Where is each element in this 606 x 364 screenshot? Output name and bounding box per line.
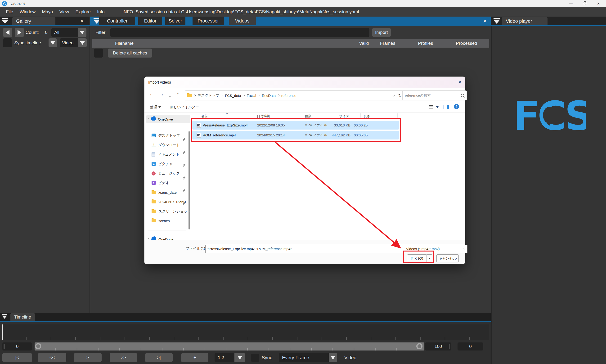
breadcrumb-item[interactable]: Facial: [247, 93, 256, 98]
preview-pane-icon[interactable]: [444, 105, 449, 109]
sidebar-item-scenes[interactable]: scenes: [152, 217, 170, 224]
next-button[interactable]: [15, 28, 24, 37]
close-button[interactable]: ×: [594, 0, 603, 7]
playback-mode-select[interactable]: Every Frame: [279, 353, 332, 362]
timeline-ruler[interactable]: [2, 325, 489, 340]
menu-view[interactable]: View: [59, 7, 70, 17]
range-start-field[interactable]: 0: [2, 342, 32, 351]
sidebar-item-pictures[interactable]: ピクチャ: [152, 161, 173, 167]
tab-editor[interactable]: Editor: [138, 17, 162, 25]
panel-menu-icon[interactable]: [2, 314, 7, 319]
menu-window[interactable]: Window: [19, 7, 36, 17]
folder-icon: [152, 200, 156, 203]
sidebar-item-20240607-pland[interactable]: 20240607_PlanD: [152, 198, 186, 205]
nav-forward-icon[interactable]: →: [159, 91, 164, 97]
view-dropdown-icon[interactable]: [436, 106, 438, 108]
playhead[interactable]: [2, 325, 3, 340]
sidebar-item-onedrive-top[interactable]: OneDrive: [146, 115, 190, 123]
new-folder-button[interactable]: 新しいフォルダー: [170, 103, 199, 111]
view-list-icon[interactable]: [429, 105, 433, 108]
gallery-filter-select[interactable]: All: [52, 28, 81, 37]
step-forward-button[interactable]: >>: [110, 353, 137, 362]
sidebar-item-documents[interactable]: ドキュメント: [152, 151, 180, 158]
dialog-close-icon[interactable]: ×: [458, 79, 461, 85]
sidebar-item-label: ダウンロード: [158, 143, 180, 147]
filter-input[interactable]: [110, 28, 369, 37]
menu-maya[interactable]: Maya: [41, 7, 53, 17]
delete-all-caches-button[interactable]: Delete all caches: [108, 49, 152, 58]
breadcrumb-item[interactable]: RecData: [262, 93, 276, 98]
current-frame-field[interactable]: 0: [458, 342, 483, 351]
go-to-start-button[interactable]: |<: [2, 353, 32, 362]
slider-handle-left[interactable]: [35, 343, 41, 349]
add-button[interactable]: +: [181, 353, 208, 362]
sidebar-item-xsens-date[interactable]: xsens_date: [152, 189, 177, 196]
restore-button[interactable]: [580, 0, 589, 7]
organize-button[interactable]: 整理: [150, 103, 161, 111]
breadcrumb-item[interactable]: デスクトップ: [197, 93, 219, 98]
cancel-button[interactable]: キャンセル: [437, 254, 459, 262]
sync-timeline-dropdown-button[interactable]: [49, 38, 57, 47]
nav-back-icon[interactable]: ←: [149, 91, 154, 97]
tab-videos[interactable]: Videos: [229, 17, 256, 25]
tab-gallery[interactable]: Gallery: [12, 17, 55, 25]
column-filename[interactable]: Filename: [115, 39, 134, 48]
breadcrumb-item[interactable]: FCS_deta: [225, 93, 241, 98]
nav-recent-icon[interactable]: [169, 93, 170, 98]
gallery-filter-dropdown-button[interactable]: [78, 28, 86, 37]
gallery-mode-select[interactable]: Video: [60, 38, 80, 47]
step-ratio-dropdown-button[interactable]: [234, 353, 245, 362]
step-back-button[interactable]: <<: [38, 353, 66, 362]
gallery-close-icon[interactable]: ×: [80, 17, 84, 25]
import-button[interactable]: Import: [372, 28, 391, 37]
chevron-down-icon: [331, 356, 335, 360]
add-icon: +: [193, 355, 196, 360]
sidebar-item-desktop[interactable]: デスクトップ: [152, 132, 180, 139]
sidebar-item-music[interactable]: ♪ミュージック: [152, 170, 180, 177]
sync-timeline-checkbox[interactable]: [3, 38, 12, 47]
sync-checkbox[interactable]: [251, 354, 259, 362]
breadcrumb-item[interactable]: reference: [281, 93, 296, 98]
panel-menu-icon[interactable]: [2, 18, 8, 24]
gallery-mode-dropdown-button[interactable]: [78, 38, 87, 47]
address-dropdown-icon[interactable]: [393, 94, 395, 96]
delete-caches-checkbox[interactable]: [94, 49, 103, 58]
sidebar-item-screenshots[interactable]: スクリーンショット: [152, 208, 191, 215]
sidebar-item-downloads[interactable]: ↓ダウンロード: [152, 142, 180, 148]
timeline-slider[interactable]: [35, 342, 424, 351]
panel-menu-icon[interactable]: [93, 18, 100, 24]
cancel-button-label: キャンセル: [438, 256, 457, 261]
breadcrumb[interactable]: デスクトップ FCS_deta Facial RecData reference…: [185, 91, 404, 100]
play-button[interactable]: >: [74, 353, 102, 362]
prev-button[interactable]: [3, 28, 12, 37]
minimize-button[interactable]: —: [567, 0, 575, 7]
sidebar-item-videos[interactable]: ビデオ: [152, 180, 169, 186]
fcs-logo: FCS: [515, 97, 586, 135]
filename-input[interactable]: "PressRelease_ExpSize.mp4" "ROM_referenc…: [205, 245, 409, 253]
panel-menu-icon[interactable]: [493, 18, 500, 24]
organize-label: 整理: [150, 105, 157, 109]
tab-controller[interactable]: Controller: [99, 17, 135, 25]
column-frames[interactable]: Frames: [380, 39, 395, 48]
help-icon[interactable]: ?: [454, 104, 459, 109]
column-profiles[interactable]: Profiles: [418, 39, 433, 48]
slider-handle-right[interactable]: [416, 343, 423, 349]
nav-up-icon[interactable]: ↑: [177, 91, 179, 97]
videos-close-icon[interactable]: ×: [483, 17, 487, 26]
range-end-field[interactable]: 100: [425, 342, 451, 351]
sidebar-scrollbar[interactable]: [189, 131, 190, 230]
tab-processor[interactable]: Processor: [193, 17, 224, 25]
menu-file[interactable]: File: [5, 7, 14, 17]
tab-solver[interactable]: Solver: [165, 17, 185, 25]
refresh-icon[interactable]: ↻: [398, 93, 402, 98]
tab-timeline[interactable]: Timeline: [10, 313, 35, 321]
menu-info[interactable]: Info: [97, 7, 105, 17]
tab-video-player[interactable]: Video player: [502, 17, 547, 25]
column-valid[interactable]: Valid: [359, 39, 369, 48]
delete-all-caches-label: Delete all caches: [113, 51, 147, 56]
playback-mode-dropdown-button[interactable]: [329, 353, 337, 362]
go-to-end-button[interactable]: >|: [145, 353, 173, 362]
search-input[interactable]: referenceの検索: [402, 91, 467, 100]
menu-explore[interactable]: Explore: [75, 7, 91, 17]
column-processed[interactable]: Processed: [456, 39, 477, 48]
